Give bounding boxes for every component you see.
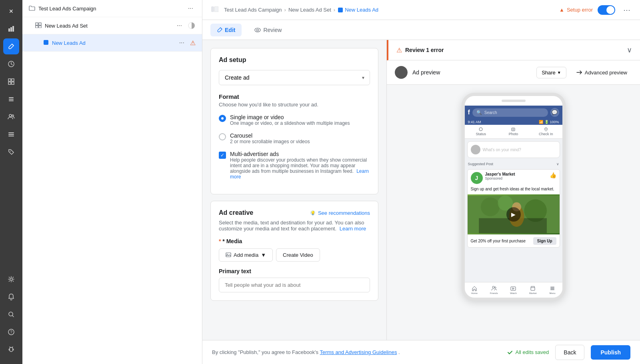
tag-icon-button[interactable]	[3, 144, 19, 160]
fb-signup-button[interactable]: Sign Up	[533, 237, 556, 245]
fb-status-box: What's on your mind?	[467, 141, 560, 158]
radio-carousel[interactable]	[219, 133, 226, 140]
fb-ad-image: ▶	[468, 194, 560, 234]
bug-icon-button[interactable]	[3, 342, 19, 358]
svg-rect-0	[8, 28, 10, 32]
breadcrumb-sep-2: ›	[334, 7, 335, 13]
preview-label: Ad preview	[412, 69, 440, 76]
review-error-bar: ⚠ Review 1 error ∨	[387, 40, 640, 60]
publish-button[interactable]: Publish	[591, 345, 630, 360]
sidebar-toggle-button[interactable]	[209, 4, 221, 16]
format-carousel-text: Carousel 2 or more scrollable images or …	[230, 132, 310, 144]
tree-adset-item[interactable]: New Leads Ad Set ···	[22, 17, 202, 34]
chart-icon-button[interactable]	[3, 21, 19, 37]
fb-ad-name: Jasper's Market	[485, 172, 547, 176]
format-multi-text: Multi-advertiser ads Help people discove…	[230, 151, 370, 180]
fb-mobile-mockup: f 🔍 Search 💬	[465, 106, 562, 298]
fb-cta-text: Get 20% off your first purchase	[471, 239, 526, 243]
phone-preview-area: f 🔍 Search 💬	[387, 85, 640, 340]
header-more-button[interactable]: ⋯	[620, 4, 634, 16]
fb-user-avatar	[471, 145, 480, 154]
save-checkmark-icon	[507, 350, 513, 355]
fb-status-button[interactable]: Status	[465, 125, 497, 138]
setup-error-triangle-icon: ▲	[559, 7, 564, 13]
ad-actions: ··· ⚠	[177, 38, 196, 47]
svg-point-40	[480, 198, 499, 216]
radio-single[interactable]	[219, 115, 226, 122]
search-icon-button[interactable]	[3, 306, 19, 322]
fb-ad-header: J Jasper's Market Sponsored 👍	[468, 170, 560, 186]
svg-rect-52	[550, 290, 554, 290]
preview-header-right: Share ▼ Advanced preview	[536, 67, 632, 78]
format-option-multi[interactable]: ✓ Multi-advertiser ads Help people disco…	[219, 151, 370, 180]
bell-icon-button[interactable]	[3, 289, 19, 305]
media-label: * Media	[219, 238, 370, 244]
publish-toggle[interactable]	[598, 5, 615, 15]
creative-learn-more-link[interactable]: Learn more	[340, 226, 366, 232]
breadcrumb-adset[interactable]: New Leads Ad Set	[288, 7, 331, 13]
grid-icon-button[interactable]	[3, 74, 19, 90]
tree-campaign-item[interactable]: Test Lead Ads Campaign ···	[22, 0, 202, 17]
share-button[interactable]: Share ▼	[536, 67, 566, 78]
list-icon-button[interactable]	[3, 126, 19, 142]
back-button[interactable]: Back	[555, 345, 584, 360]
adset-more-button[interactable]: ···	[174, 21, 184, 30]
ad-setup-panel: Ad setup Create ad Format Choose how you…	[202, 40, 386, 340]
fb-nav-friends-label: Friends	[490, 292, 498, 294]
fb-nav-watch-label: Watch	[510, 292, 517, 294]
fb-ad-sponsored: Sponsored	[485, 176, 547, 180]
fb-nav-friends-button[interactable]: Friends	[484, 284, 504, 296]
tab-edit-button[interactable]: Edit	[210, 24, 242, 36]
save-status: All edits saved	[507, 349, 549, 355]
fb-nav-watch-button[interactable]: Watch	[504, 284, 523, 296]
tab-review-button[interactable]: Review	[248, 24, 288, 36]
see-recommendations-button[interactable]: 💡 See recommendations	[310, 210, 370, 216]
ad-more-button[interactable]: ···	[177, 38, 187, 47]
svg-rect-9	[9, 99, 14, 100]
setup-error-indicator: ▲ Setup error	[559, 7, 593, 13]
campaign-more-button[interactable]: ···	[186, 4, 196, 13]
people-icon-button[interactable]	[3, 109, 19, 125]
tree-ad-item[interactable]: New Leads Ad ··· ⚠	[22, 34, 202, 52]
add-media-button[interactable]: Add media ▼	[219, 248, 273, 262]
fb-nav-marketplace-button[interactable]: Market	[523, 284, 543, 296]
layers-icon-button[interactable]	[3, 91, 19, 107]
checkbox-multi[interactable]: ✓	[219, 152, 226, 159]
creative-desc: Select the media, text and destination f…	[219, 220, 370, 232]
fb-nav-menu-button[interactable]: Menu	[543, 284, 562, 296]
fb-status-time: 9:41 AM 📶 🔋 100%	[465, 119, 562, 125]
create-ad-select[interactable]: Create ad	[219, 70, 370, 85]
primary-text-label: Primary text	[219, 268, 370, 274]
svg-point-38	[546, 129, 546, 130]
fb-nav-marketplace-label: Market	[529, 292, 536, 294]
format-option-single[interactable]: Single image or video One image or video…	[219, 114, 370, 126]
svg-rect-6	[8, 82, 11, 84]
format-option-carousel[interactable]: Carousel 2 or more scrollable images or …	[219, 132, 370, 144]
terms-link[interactable]: Terms and Advertising Guidelines	[320, 349, 397, 355]
help-icon-button[interactable]: ?	[3, 324, 19, 340]
breadcrumb-campaign[interactable]: Test Lead Ads Campaign	[224, 7, 282, 13]
fb-checkin-button[interactable]: Check In	[530, 125, 562, 138]
advanced-preview-button[interactable]: Advanced preview	[571, 67, 632, 78]
fb-photo-button[interactable]: Photo	[497, 125, 530, 138]
primary-text-input[interactable]	[219, 278, 370, 292]
edit-icon-button[interactable]	[3, 38, 19, 54]
campaign-tree: Test Lead Ads Campaign ··· New Leads Ad …	[22, 0, 202, 364]
toggle-knob	[606, 6, 614, 14]
fb-play-button[interactable]: ▶	[506, 207, 521, 222]
ad-icon	[43, 40, 49, 46]
svg-rect-4	[8, 79, 11, 81]
svg-rect-22	[39, 23, 41, 25]
preview-panel: ⚠ Review 1 error ∨ Ad preview Share ▼ Ad…	[386, 40, 640, 340]
settings-icon-button[interactable]	[3, 271, 19, 287]
review-error-expand-button[interactable]: ∨	[627, 46, 632, 54]
clock-icon-button[interactable]	[3, 56, 19, 72]
create-video-button[interactable]: Create Video	[276, 248, 320, 262]
svg-rect-49	[531, 288, 535, 290]
svg-rect-33	[226, 253, 231, 257]
bottom-bar-right: All edits saved Back Publish	[507, 345, 630, 360]
fb-like-icon: 👍	[550, 172, 556, 178]
close-sidebar-button[interactable]: ✕	[3, 3, 19, 19]
svg-rect-8	[9, 97, 14, 98]
fb-nav-home-button[interactable]: Home	[465, 284, 484, 296]
